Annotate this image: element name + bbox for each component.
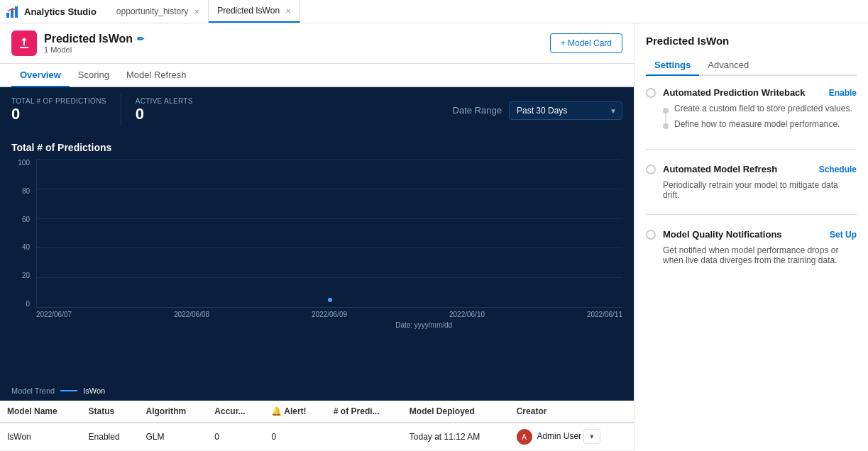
predictions-label: Total # of Predictions: [11, 97, 106, 105]
tab-predicted-iswon-label: Predicted IsWon: [217, 6, 280, 16]
date-range-select[interactable]: Past 30 Days Past 7 Days Past 90 Days: [509, 101, 622, 120]
page-subtitle: 1 Model: [44, 45, 144, 54]
svg-rect-0: [6, 13, 9, 18]
model-icon-svg: [17, 36, 31, 50]
col-creator: Creator: [510, 401, 634, 423]
chart-y-axis: 100 80 60 40 20 0: [11, 159, 33, 308]
setting-writeback-body: Create a custom field to store predicted…: [646, 104, 857, 135]
content-tabs: Overview Scoring Model Refresh: [0, 64, 634, 87]
y-label-60: 60: [22, 216, 30, 223]
setting-model-refresh-action[interactable]: Schedule: [819, 165, 857, 174]
col-predictions: # of Predi...: [326, 401, 402, 423]
tab-predicted-iswon[interactable]: Predicted IsWon ✕: [209, 0, 300, 23]
tab-opportunity-history-label: opportunity_history: [116, 6, 188, 16]
date-range-section: Date Range Past 30 Days Past 7 Days Past…: [453, 101, 622, 120]
app-logo-icon: [6, 4, 20, 18]
setting-quality-notif-title-row: Model Quality Notifications Set Up: [663, 229, 857, 240]
table-body: IsWon Enabled GLM 0 0 Today at 11:12 AM …: [0, 423, 634, 451]
setting-writeback-radio[interactable]: [646, 88, 656, 98]
x-label-4: 2022/06/10: [449, 311, 485, 318]
col-status: Status: [82, 401, 139, 423]
setting-model-refresh-header: Automated Model Refresh Schedule: [646, 164, 857, 174]
model-card-button[interactable]: + Model Card: [550, 33, 622, 53]
alerts-stat: Active Alerts 0: [136, 94, 207, 126]
cell-accuracy: 0: [207, 423, 264, 451]
tab-model-refresh[interactable]: Model Refresh: [118, 64, 195, 87]
header-left: Predicted IsWon ✏ 1 Model: [11, 30, 144, 56]
setting-model-refresh-body: Periodically retrain your model to mitig…: [646, 180, 857, 200]
setting-model-refresh-title-row: Automated Model Refresh Schedule: [663, 164, 857, 174]
x-label-1: 2022/06/07: [36, 311, 72, 318]
setting-model-refresh: Automated Model Refresh Schedule Periodi…: [646, 164, 857, 215]
predictions-value: 0: [11, 105, 106, 123]
cell-creator: A Admin User ▾: [510, 423, 634, 451]
right-panel-title: Predicted IsWon: [646, 35, 857, 47]
stats-bar: Total # of Predictions 0 Active Alerts 0…: [0, 87, 634, 133]
col-model-name: Model Name: [0, 401, 82, 423]
col-accuracy: Accur...: [207, 401, 264, 423]
header-text: Predicted IsWon ✏ 1 Model: [44, 33, 144, 54]
y-label-0: 0: [26, 300, 30, 308]
grid-line-2: [37, 189, 622, 189]
cell-alerts: 0: [264, 423, 326, 451]
tab-overview[interactable]: Overview: [11, 64, 70, 87]
tab-predicted-close-icon[interactable]: ✕: [285, 7, 291, 15]
chart-plot: [36, 159, 622, 308]
edit-icon[interactable]: ✏: [137, 34, 144, 44]
svg-rect-3: [20, 47, 28, 48]
tab-opportunity-close-icon[interactable]: ✕: [194, 8, 199, 16]
creator-name: Admin User: [537, 431, 581, 441]
table-row: IsWon Enabled GLM 0 0 Today at 11:12 AM …: [0, 423, 634, 451]
tab-opportunity-history[interactable]: opportunity_history ✕: [108, 0, 209, 23]
chart-section: Total # of Predictions 100 80 60 40 20 0: [0, 133, 634, 382]
cell-status: Enabled: [82, 423, 139, 451]
predictions-stat: Total # of Predictions 0: [11, 94, 121, 126]
panel-tab-advanced[interactable]: Advanced: [699, 55, 757, 76]
cell-predictions: [326, 423, 402, 451]
panel-content: Automated Prediction Writeback Enable Cr…: [634, 76, 868, 305]
creator-dropdown-button[interactable]: ▾: [583, 429, 600, 444]
setting-quality-notif-action[interactable]: Set Up: [830, 230, 857, 240]
trend-line-icon: [60, 390, 77, 391]
setting-quality-notif-header: Model Quality Notifications Set Up: [646, 229, 857, 240]
app-title: Analytics Studio: [24, 6, 97, 17]
col-alerts: 🔔 Alert!: [264, 401, 326, 423]
y-label-100: 100: [18, 159, 30, 167]
col-algorithm: Algorithm: [138, 401, 207, 423]
grid-line-3: [37, 218, 622, 219]
data-table: Model Name Status Algorithm Accur... 🔔 A…: [0, 401, 634, 451]
panel-tabs: Settings Advanced: [646, 55, 857, 76]
setting-writeback-action[interactable]: Enable: [829, 88, 857, 98]
setting-quality-notif-radio[interactable]: [646, 230, 656, 240]
setting-model-refresh-radio[interactable]: [646, 165, 656, 174]
panel-tab-settings[interactable]: Settings: [646, 55, 699, 76]
x-sublabel: Date: yyyy/mm/dd: [225, 321, 622, 329]
cell-model-name: IsWon: [0, 423, 82, 451]
trend-series-name: IsWon: [83, 386, 105, 395]
page-title-text: Predicted IsWon: [44, 33, 133, 45]
setting-quality-notif-desc: Get notified when model performance drop…: [663, 245, 857, 265]
page-title: Predicted IsWon ✏: [44, 33, 144, 45]
tab-bar: opportunity_history ✕ Predicted IsWon ✕: [108, 0, 300, 23]
chart-container: 100 80 60 40 20 0 2022/06/0: [11, 159, 622, 329]
cell-deployed: Today at 11:12 AM: [402, 423, 510, 451]
chart-title: Total # of Predictions: [11, 142, 622, 153]
top-bar: Analytics Studio opportunity_history ✕ P…: [0, 0, 868, 23]
setting-quality-notif-body: Get notified when model performance drop…: [646, 245, 857, 265]
table-container: Model Name Status Algorithm Accur... 🔔 A…: [0, 401, 634, 451]
setting-writeback: Automated Prediction Writeback Enable Cr…: [646, 87, 857, 150]
setting-writeback-title: Automated Prediction Writeback: [663, 87, 806, 98]
main-layout: Predicted IsWon ✏ 1 Model + Model Card O…: [0, 23, 868, 451]
x-label-3: 2022/06/09: [312, 311, 347, 318]
right-panel: Predicted IsWon Settings Advanced Automa…: [634, 23, 868, 451]
grid-line-4: [37, 247, 622, 248]
svg-rect-2: [15, 6, 18, 18]
setting-writeback-title-row: Automated Prediction Writeback Enable: [663, 87, 857, 98]
tab-scoring[interactable]: Scoring: [70, 64, 118, 87]
y-label-80: 80: [22, 187, 30, 195]
data-point: [328, 298, 332, 302]
setting-quality-notif-title: Model Quality Notifications: [663, 229, 782, 240]
grid-line-1: [37, 159, 622, 160]
model-trend-label: Model Trend: [11, 386, 55, 395]
setting-writeback-steps: Create a custom field to store predicted…: [663, 104, 857, 129]
